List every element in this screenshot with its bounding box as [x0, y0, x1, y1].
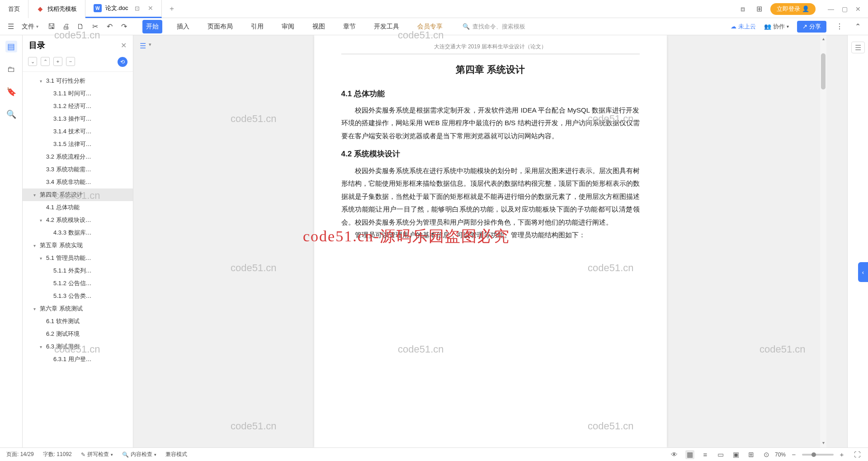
- level-up-icon[interactable]: +: [53, 57, 62, 66]
- tree-item[interactable]: ▾第四章 系统设计: [23, 188, 133, 201]
- doc-control-icon[interactable]: ☰: [140, 42, 146, 50]
- collapse-all-icon[interactable]: ⌄: [28, 57, 37, 66]
- expand-all-icon[interactable]: ⌃: [41, 57, 50, 66]
- page-indicator[interactable]: 页面: 14/29: [6, 451, 34, 458]
- outline-icon[interactable]: ▤: [5, 41, 17, 52]
- tree-item[interactable]: ▾第六章 系统测试: [23, 302, 133, 315]
- tree-item[interactable]: 3.4 系统非功能…: [23, 176, 133, 188]
- tree-item[interactable]: 3.1.5 法律可…: [23, 138, 133, 151]
- doc-dropdown-icon[interactable]: ▾: [149, 42, 151, 50]
- tree-item[interactable]: ▾6.3 测试用例: [23, 340, 133, 353]
- tree-item[interactable]: 6.1 软件测试: [23, 315, 133, 328]
- toolbox-icon[interactable]: 🗀: [5, 63, 17, 75]
- collab-button[interactable]: 👥 协作 ▾: [764, 23, 789, 31]
- eye-icon[interactable]: 👁: [670, 450, 679, 459]
- outline-close-icon[interactable]: ✕: [121, 41, 127, 50]
- zoom-out-icon[interactable]: −: [789, 450, 798, 459]
- more-icon[interactable]: ⋮: [835, 22, 844, 32]
- compat-mode[interactable]: 兼容模式: [165, 451, 187, 458]
- tree-item-label: 第四章 系统设计: [40, 191, 83, 199]
- tree-item[interactable]: ▾3.1 可行性分析: [23, 75, 133, 87]
- menu-reference[interactable]: 引用: [247, 20, 267, 33]
- menu-devtools[interactable]: 开发工具: [370, 20, 403, 33]
- save-icon[interactable]: 🖫: [47, 22, 57, 32]
- scroll-up-icon[interactable]: ▴: [821, 36, 826, 42]
- share-button[interactable]: ↗ 分享: [797, 21, 826, 33]
- tab-pin-icon[interactable]: ⊡: [135, 5, 140, 12]
- scroll-down-icon[interactable]: ▾: [821, 440, 826, 447]
- search-rail-icon[interactable]: 🔍: [5, 108, 17, 120]
- menu-icon[interactable]: ☰: [5, 21, 16, 32]
- view-read-icon[interactable]: ▣: [731, 450, 741, 459]
- tree-item[interactable]: 5.1.2 公告信…: [23, 277, 133, 290]
- print-icon[interactable]: 🖨: [61, 22, 71, 32]
- redo-icon[interactable]: ↷: [119, 22, 129, 32]
- tab-template[interactable]: ◆ 找稻壳模板: [28, 0, 85, 18]
- tree-item[interactable]: 4.3.3 数据库…: [23, 226, 133, 239]
- menu-chapter[interactable]: 章节: [340, 20, 359, 33]
- ribbon-search[interactable]: 🔍 查找命令、搜索模板: [462, 23, 525, 31]
- collapse-ribbon-icon[interactable]: ⌃: [853, 22, 863, 32]
- zoom-slider[interactable]: [802, 454, 834, 456]
- tab-home[interactable]: 首页: [0, 0, 28, 18]
- word-count[interactable]: 字数: 11092: [43, 451, 72, 458]
- close-window-icon[interactable]: ✕: [854, 5, 863, 13]
- chevron-down-icon: ▾: [36, 24, 38, 29]
- sync-icon[interactable]: ⟲: [118, 57, 127, 67]
- tree-item[interactable]: 3.1.3 操作可…: [23, 113, 133, 125]
- menu-layout[interactable]: 页面布局: [204, 20, 236, 33]
- tree-item[interactable]: ▾5.1 管理员功能…: [23, 252, 133, 264]
- view-page-icon[interactable]: ▦: [685, 450, 694, 459]
- collapse-right-icon[interactable]: ☰: [851, 42, 865, 53]
- undo-icon[interactable]: ↶: [104, 22, 114, 32]
- tree-item[interactable]: 3.2 系统流程分…: [23, 151, 133, 163]
- spell-check[interactable]: ✎ 拼写检查 ▾: [81, 451, 113, 458]
- content-check[interactable]: 🔍 内容检查 ▾: [122, 451, 156, 458]
- level-down-icon[interactable]: −: [66, 57, 75, 66]
- cut-icon[interactable]: ✂: [90, 22, 100, 32]
- menu-member[interactable]: 会员专享: [414, 20, 446, 33]
- tree-item[interactable]: 4.1 总体功能: [23, 201, 133, 214]
- apps-icon[interactable]: ⊞: [754, 4, 764, 14]
- tree-item[interactable]: ▾第五章 系统实现: [23, 239, 133, 252]
- tree-arrow-icon: ▾: [33, 306, 40, 311]
- view-outline-icon[interactable]: ≡: [701, 450, 710, 459]
- scroll-thumb[interactable]: [821, 53, 826, 89]
- menu-start[interactable]: 开始: [142, 20, 162, 33]
- tree-item[interactable]: 3.1.2 经济可…: [23, 100, 133, 113]
- user-icon: 👤: [802, 5, 809, 12]
- tab-close-icon[interactable]: ✕: [148, 5, 153, 12]
- edge-tab[interactable]: ‹: [858, 262, 868, 282]
- tree-item[interactable]: 6.3.1 用户登…: [23, 353, 133, 366]
- tree-item[interactable]: 6.2 测试环境: [23, 328, 133, 340]
- tab-document[interactable]: W 论文.doc ⊡ ✕: [85, 0, 162, 18]
- menu-insert[interactable]: 插入: [173, 20, 193, 33]
- minimize-icon[interactable]: —: [826, 5, 835, 13]
- scrollbar[interactable]: ▴ ▾: [820, 35, 826, 447]
- tree-item[interactable]: 5.1.3 公告类…: [23, 290, 133, 302]
- cloud-status[interactable]: ☁ 未上云: [731, 23, 756, 31]
- menu-review[interactable]: 审阅: [278, 20, 298, 33]
- ad-icon[interactable]: ⧈: [738, 4, 748, 14]
- tree-item[interactable]: 5.1.1 外卖列…: [23, 264, 133, 277]
- title-bar: 首页 ◆ 找稻壳模板 W 论文.doc ⊡ ✕ ＋ ⧈ ⊞ 立即登录 👤 — ▢…: [0, 0, 868, 18]
- tree-item[interactable]: 3.1.4 技术可…: [23, 125, 133, 138]
- fullscreen-icon[interactable]: ⛶: [853, 450, 862, 459]
- view-web-icon[interactable]: ▭: [716, 450, 725, 459]
- tree-item[interactable]: 3.3 系统功能需…: [23, 163, 133, 176]
- menu-view[interactable]: 视图: [309, 20, 329, 33]
- chapter-title: 第四章 系统设计: [341, 61, 640, 79]
- file-menu[interactable]: 文件 ▾: [19, 23, 41, 31]
- ruler-icon[interactable]: ⊞: [747, 450, 756, 459]
- cloud-icon: ☁: [731, 23, 736, 30]
- tree-item[interactable]: ▾4.2 系统模块设…: [23, 214, 133, 226]
- login-button[interactable]: 立即登录 👤: [770, 3, 816, 15]
- tab-new[interactable]: ＋: [162, 4, 182, 14]
- maximize-icon[interactable]: ▢: [840, 5, 849, 13]
- preview-icon[interactable]: 🗋: [75, 22, 85, 32]
- zoom-reset-icon[interactable]: ⊙: [762, 450, 771, 459]
- bookmark-icon[interactable]: 🔖: [5, 86, 17, 98]
- page-header: 大连交通大学 2019 届本科生毕业设计（论文）: [341, 42, 640, 54]
- zoom-in-icon[interactable]: +: [837, 450, 846, 459]
- tree-item[interactable]: 3.1.1 时间可…: [23, 87, 133, 100]
